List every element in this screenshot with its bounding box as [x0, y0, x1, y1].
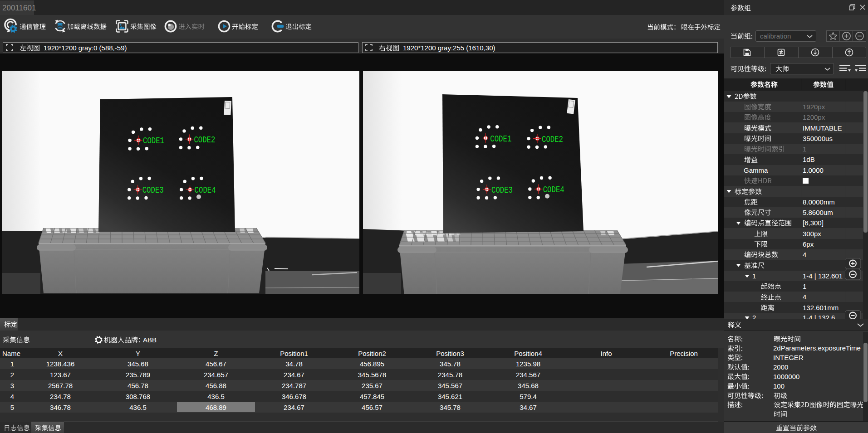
svg-text:CODE2: CODE2 [542, 134, 563, 145]
svg-text:CODE3: CODE3 [491, 185, 513, 195]
svg-text:CODE1: CODE1 [490, 134, 511, 144]
svg-text:CODE2: CODE2 [194, 135, 215, 145]
svg-text:CODE4: CODE4 [195, 185, 216, 195]
svg-text:CODE3: CODE3 [142, 185, 164, 195]
svg-text:CODE4: CODE4 [543, 185, 564, 195]
svg-text:CODE1: CODE1 [143, 136, 164, 146]
